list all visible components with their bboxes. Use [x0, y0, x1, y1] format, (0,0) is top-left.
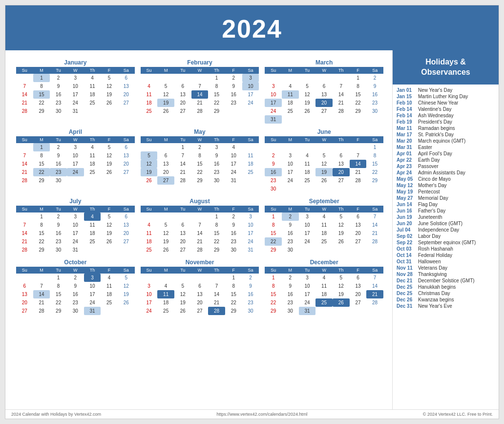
cal-day: 4	[101, 274, 118, 282]
cal-day: 5	[101, 74, 118, 82]
day-header: M	[33, 67, 50, 74]
cal-day: 29	[265, 307, 282, 315]
holiday-name: Labor Day	[418, 233, 441, 239]
cal-day	[157, 274, 174, 282]
day-header: Th	[333, 67, 350, 74]
month-february: FebruarySuMTuWThFSa123456789101112131415…	[141, 59, 259, 124]
cal-day: 6	[16, 282, 33, 290]
cal-day: 3	[242, 74, 259, 82]
cal-day: 12	[101, 151, 118, 160]
cal-day: 11	[84, 151, 101, 160]
holiday-item: Jan 15Martin Luther King Day	[397, 94, 495, 99]
cal-day: 9	[225, 82, 242, 90]
cal-day: 12	[157, 90, 174, 99]
cal-day: 23	[50, 99, 67, 107]
cal-day: 7	[174, 151, 191, 160]
cal-day: 16	[50, 90, 67, 99]
cal-day: 18	[84, 160, 101, 168]
holiday-date: Feb 19	[397, 119, 415, 125]
cal-day: 19	[174, 298, 191, 307]
cal-day	[118, 246, 135, 254]
cal-day: 19	[333, 229, 350, 237]
day-header: F	[101, 206, 118, 212]
cal-day: 7	[191, 82, 209, 90]
day-header: Su	[141, 136, 158, 143]
holiday-name: September equinox (GMT)	[418, 240, 476, 245]
cal-day: 7	[16, 221, 33, 229]
cal-day: 7	[333, 82, 350, 90]
cal-day: 17	[67, 229, 84, 237]
cal-day: 3	[141, 282, 158, 290]
sidebar-title: Holidays &Observances	[393, 50, 499, 85]
cal-day: 13	[118, 151, 135, 160]
day-header: Sa	[118, 136, 135, 143]
holiday-name: Valentine's Day	[418, 106, 451, 112]
day-header: F	[225, 206, 242, 212]
cal-day: 15	[208, 229, 225, 237]
cal-day: 14	[191, 90, 209, 99]
cal-day: 4	[141, 82, 158, 90]
holiday-date: Mar 17	[397, 132, 415, 137]
cal-day: 2	[67, 274, 84, 282]
cal-day: 22	[225, 298, 242, 307]
cal-day	[157, 212, 174, 221]
day-header: W	[315, 267, 333, 274]
holiday-name: Veterans Day	[418, 265, 447, 271]
day-header: Sa	[366, 206, 383, 212]
cal-day: 18	[282, 99, 299, 107]
cal-day: 14	[16, 229, 33, 237]
month-title-march: March	[265, 59, 383, 66]
holiday-item: May 27Memorial Day	[397, 195, 495, 201]
cal-day: 17	[242, 90, 259, 99]
day-header: Th	[208, 206, 225, 212]
cal-day	[225, 107, 242, 115]
day-header: Th	[208, 136, 225, 143]
cal-day: 15	[265, 229, 282, 237]
cal-day: 12	[141, 160, 158, 168]
holiday-name: St. Patrick's Day	[418, 132, 454, 137]
day-header: W	[67, 267, 84, 274]
cal-day: 20	[191, 298, 209, 307]
cal-day: 19	[299, 99, 316, 107]
cal-day: 13	[333, 160, 350, 168]
cal-day: 20	[118, 90, 135, 99]
cal-day: 20	[174, 99, 191, 107]
cal-day: 1	[265, 274, 282, 282]
month-title-august: August	[141, 198, 259, 205]
holiday-item: Apr 23Passover	[397, 164, 495, 169]
cal-day: 12	[299, 90, 316, 99]
cal-day: 9	[225, 221, 242, 229]
cal-day: 30	[67, 307, 84, 315]
cal-day	[84, 107, 101, 115]
holiday-name: Earth Day	[418, 157, 440, 163]
cal-day: 3	[299, 274, 316, 282]
cal-day: 14	[333, 90, 350, 99]
holiday-item: Jun 20June Solstice (GMT)	[397, 221, 495, 226]
cal-day: 3	[299, 212, 316, 221]
cal-day: 21	[350, 168, 367, 176]
cal-day: 1	[350, 74, 367, 82]
cal-day: 11	[101, 282, 118, 290]
holiday-name: Ramadan begins	[418, 126, 455, 131]
cal-day: 28	[33, 307, 50, 315]
day-header: Th	[84, 267, 101, 274]
holiday-date: Jun 14	[397, 202, 415, 207]
cal-day: 19	[333, 290, 350, 298]
cal-day: 5	[157, 82, 174, 90]
cal-day: 5	[141, 151, 158, 160]
cal-day: 1	[265, 212, 282, 221]
month-november: NovemberSuMTuWThFSa123456789101112131415…	[141, 259, 259, 315]
cal-day: 25	[282, 107, 299, 115]
cal-day	[141, 274, 158, 282]
day-header: M	[157, 206, 174, 212]
cal-day: 16	[282, 229, 299, 237]
cal-day: 13	[350, 282, 367, 290]
cal-day	[174, 212, 191, 221]
cal-day: 6	[350, 274, 367, 282]
cal-day: 18	[141, 99, 158, 107]
cal-day: 1	[174, 143, 191, 151]
cal-day: 20	[16, 298, 33, 307]
cal-day: 18	[84, 90, 101, 99]
cal-table-december: SuMTuWThFSa12345678910111213141516171819…	[265, 267, 383, 315]
holiday-date: Nov 11	[397, 265, 415, 271]
